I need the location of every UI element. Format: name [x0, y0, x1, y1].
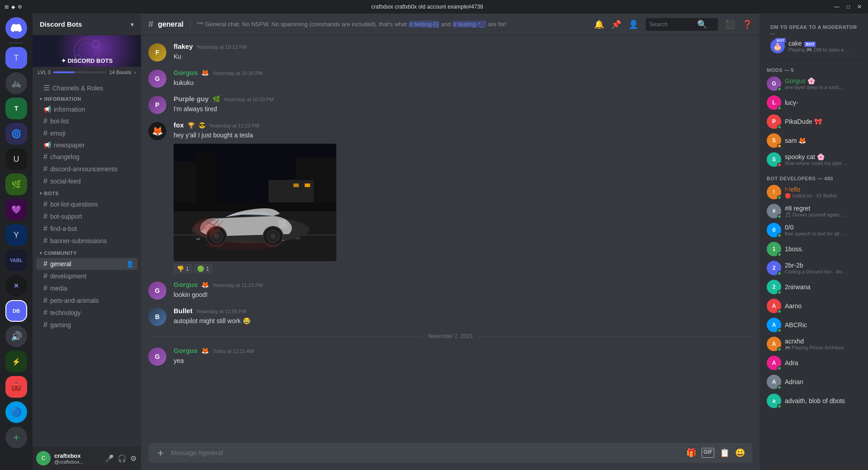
channel-technology[interactable]: # technology [36, 307, 137, 319]
message-author[interactable]: fox [174, 121, 184, 129]
message-author[interactable]: Gorgus [174, 69, 198, 76]
minimize-button[interactable]: — [832, 4, 841, 10]
list-item[interactable]: 🎂 BOT cake BOT Playing 🎮 DM to open a mo… [767, 37, 861, 55]
avatar[interactable]: B [148, 308, 166, 326]
server-icon-4[interactable]: 🌀 [5, 123, 27, 145]
channel-find-a-bot[interactable]: # find-a-bot [36, 223, 137, 235]
avatar[interactable]: G [148, 282, 166, 300]
list-item[interactable]: A Adrian [763, 373, 864, 391]
channel-bot-list-questions[interactable]: # bot-list-questions [36, 198, 137, 210]
list-item[interactable]: A acrxhd 🎮 Playing Prison Architect [763, 335, 864, 353]
list-item[interactable]: 2 2nirwana [763, 278, 864, 296]
channels-roles-item[interactable]: ☰ Channels & Roles [36, 82, 137, 94]
server-icon-12[interactable]: ⚡ [5, 351, 27, 372]
notification-settings-icon[interactable]: 🔔 [594, 19, 604, 29]
section-header-information[interactable]: ▾ INFORMATION [33, 94, 141, 103]
channel-development[interactable]: # development [36, 270, 137, 282]
avatar[interactable]: 🦊 [148, 122, 166, 140]
user-avatar[interactable]: C [36, 451, 51, 465]
list-item[interactable]: 0 0/0 free speech to text for all - sc..… [763, 221, 864, 239]
gif-button[interactable]: GIF [702, 448, 714, 458]
server-icon-7[interactable]: 💜 [5, 199, 27, 221]
member-name: 0/0 [785, 224, 861, 231]
section-header-bots[interactable]: ▾ BOTS [33, 189, 141, 198]
list-item[interactable]: A ABCRic [763, 316, 864, 334]
pin-icon[interactable]: 📌 [611, 19, 621, 29]
channel-newspaper[interactable]: 📢 newspaper [36, 140, 137, 150]
help-icon[interactable]: ❓ [742, 19, 752, 29]
channel-bot-support[interactable]: # bot-support [36, 211, 137, 222]
list-item[interactable]: A Aarno [763, 297, 864, 315]
reaction-green[interactable]: 🟢 1 [194, 264, 212, 273]
gift-icon[interactable]: 🎁 [686, 448, 696, 458]
chat-input-field[interactable] [171, 449, 681, 456]
list-item[interactable]: 1 1boss. [763, 240, 864, 258]
channel-banner-submissions[interactable]: # banner-submissions [36, 235, 137, 247]
close-button[interactable]: ✕ [855, 4, 863, 10]
reaction-thumbsdown[interactable]: 👎 1 [174, 264, 192, 273]
message-author[interactable]: flakey [174, 42, 193, 50]
server-icon-active[interactable]: DB [5, 300, 27, 322]
mute-mic-icon[interactable]: 🎤 [104, 453, 115, 464]
inbox-icon[interactable]: ⬛ [725, 19, 735, 29]
channel-emoji[interactable]: # emoji [36, 127, 137, 139]
channel-bot-list[interactable]: # bot-list [36, 115, 137, 127]
avatar[interactable]: G [148, 348, 166, 366]
list-item[interactable]: A Adra [763, 354, 864, 372]
server-header[interactable]: Discord Bots ▾ [33, 14, 141, 35]
channel-hash-icon: # [148, 19, 153, 29]
list-item[interactable]: G Gorgus 🌸 one layer deep in a turdc... [763, 75, 864, 93]
channel-social-feed[interactable]: # social-feed [36, 175, 137, 187]
channel-changelog[interactable]: # changelog [36, 151, 137, 163]
add-attachment-button[interactable]: ＋ [156, 446, 165, 460]
deafen-icon[interactable]: 🎧 [117, 453, 127, 464]
list-item[interactable]: ! !-!ello 🔴 botlist.lol - #1 Botlist [763, 183, 864, 201]
list-item[interactable]: a advaith, blob of dbots [763, 392, 864, 410]
boost-bar[interactable]: LVL 3 14 Boosts › [33, 67, 141, 78]
server-icon-8[interactable]: Y [5, 224, 27, 246]
server-icon-11[interactable]: 🔊 [5, 325, 27, 347]
message-author[interactable]: Bullet [174, 307, 193, 315]
server-icon-2[interactable]: 🚲 [5, 72, 27, 94]
channel-name-bot-list-questions: bot-list-questions [50, 201, 98, 208]
channel-gaming[interactable]: # gaming [36, 319, 137, 331]
channel-discord-announcements[interactable]: # discord-announcements [36, 163, 137, 175]
server-icon-6[interactable]: 🌿 [5, 174, 27, 195]
message-author[interactable]: Gorgus [174, 347, 198, 354]
channel-add-member-icon[interactable]: 👤 [126, 260, 134, 268]
server-icon-9[interactable]: YABL [5, 249, 27, 271]
server-icon-5[interactable]: U [5, 148, 27, 170]
list-item[interactable]: S spooky cat 🌸 Now where could my pipe .… [763, 150, 864, 169]
server-icon-discord[interactable] [5, 17, 27, 39]
server-icon-add[interactable]: + [5, 427, 27, 448]
message-author[interactable]: Purple guy [174, 95, 209, 103]
channel-information[interactable]: 📢 information [36, 104, 137, 115]
avatar[interactable]: F [148, 43, 166, 61]
avatar[interactable]: G [148, 70, 166, 88]
list-item[interactable]: S sam 🦊 [763, 132, 864, 150]
channel-general[interactable]: # general 👤 [36, 258, 137, 270]
sticker-icon[interactable]: 📋 [720, 448, 730, 458]
list-item[interactable]: P PikaDude 🎀 [763, 113, 864, 131]
list-item[interactable]: 2 2br-2b Coding a Discord bot - discor..… [763, 259, 864, 277]
server-icon-blue[interactable]: 🔵 [5, 401, 27, 423]
search-bar[interactable]: 🔍 [646, 18, 718, 31]
search-input[interactable] [649, 21, 694, 28]
channel-pets[interactable]: # pets-and-animals [36, 295, 137, 306]
server-icon-red[interactable]: 🧰 [5, 376, 27, 398]
list-item[interactable]: L lucy- [763, 94, 864, 112]
author-badge-leaf: 🌿 [212, 95, 220, 103]
user-settings-icon[interactable]: ⚙ [129, 453, 137, 464]
message-author[interactable]: Gorgus [174, 281, 198, 288]
member-name: spooky cat 🌸 [785, 153, 861, 160]
maximize-button[interactable]: □ [845, 4, 852, 10]
channel-media[interactable]: # media [36, 282, 137, 294]
add-members-icon[interactable]: 👤 [628, 19, 638, 29]
avatar[interactable]: P [148, 96, 166, 114]
server-icon-3[interactable]: T [5, 98, 27, 119]
server-icon-10[interactable] [5, 275, 27, 296]
emoji-icon[interactable]: 😀 [735, 448, 745, 458]
server-icon-1[interactable]: T [5, 47, 27, 69]
section-header-community[interactable]: ▾ COMMUNITY [33, 249, 141, 258]
list-item[interactable]: # #8 regret 🎵 Drown yourself again; see … [763, 202, 864, 220]
